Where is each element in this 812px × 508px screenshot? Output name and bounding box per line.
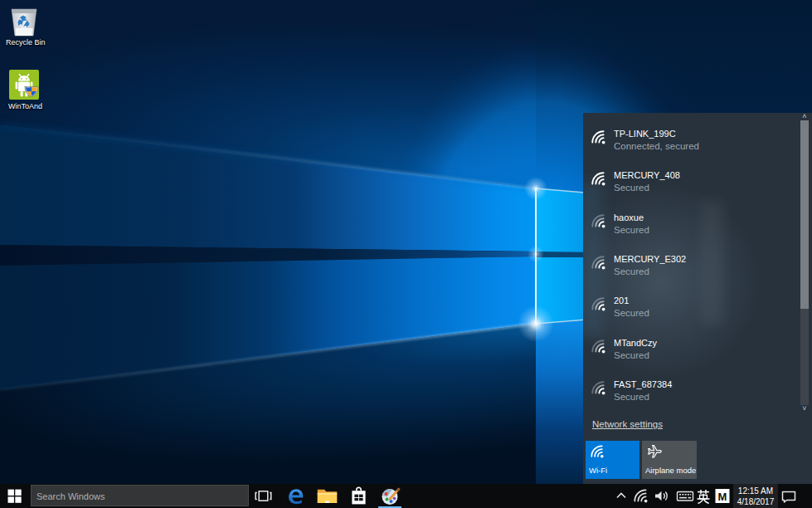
svg-text:M: M <box>718 491 727 503</box>
